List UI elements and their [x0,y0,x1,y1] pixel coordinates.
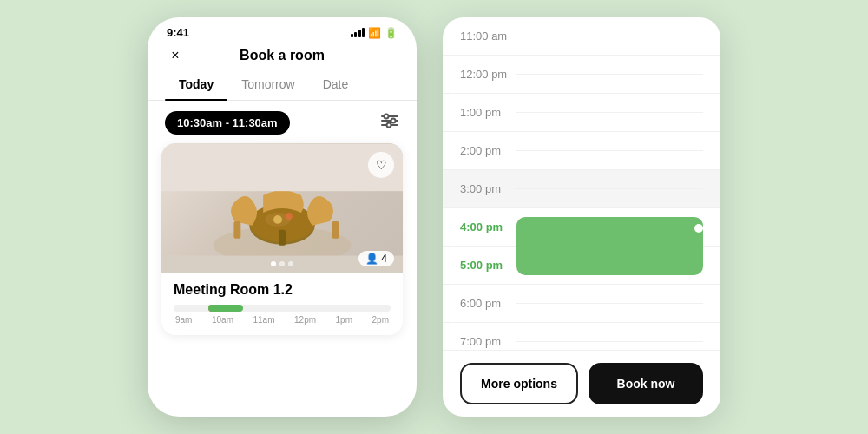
slot-line [516,112,703,113]
wifi-icon: 📶 [368,27,381,39]
time-label-600pm: 6:00 pm [460,297,516,310]
close-button[interactable]: × [165,45,186,66]
status-icons: 📶 🔋 [351,27,398,39]
time-label-700pm: 7:00 pm [460,335,516,348]
tl-label-1pm: 1pm [336,315,352,325]
tab-date[interactable]: Date [309,70,363,100]
svg-point-4 [391,119,396,123]
tl-label-2pm: 2pm [372,315,389,325]
svg-rect-10 [279,230,286,246]
person-icon: 👤 [365,253,378,265]
svg-point-14 [286,213,293,220]
app-container: 9:41 📶 🔋 × Book a room Today Tomorrow Da… [148,17,720,417]
room-name: Meeting Room 1.2 [174,282,391,298]
svg-point-13 [273,215,282,224]
time-slot-100pm: 1:00 pm [443,94,720,132]
time-slot-1100am: 11:00 am [443,17,720,56]
capacity-badge: 👤 4 [358,251,394,266]
image-dots [271,261,293,266]
time-label-500pm: 5:00 pm [460,259,516,272]
page-title: Book a room [240,48,325,63]
room-timeline [174,305,391,312]
booking-block[interactable] [516,217,703,275]
time-slot-300pm: 3:00 pm [443,170,720,208]
svg-rect-12 [332,221,339,239]
right-panel: 11:00 am 12:00 pm 1:00 pm 2:00 pm 3:00 p… [443,17,720,417]
slot-line [516,188,703,189]
time-range-badge[interactable]: 10:30am - 11:30am [165,111,290,135]
time-label-1200pm: 12:00 pm [460,68,516,81]
slot-line [516,74,703,75]
svg-point-3 [385,115,389,119]
room-info: Meeting Room 1.2 9am 10am 11am 12pm 1pm … [161,273,403,335]
favorite-button[interactable]: ♡ [368,152,394,178]
dot-3 [288,261,293,266]
tl-label-9am: 9am [175,315,192,325]
book-now-button[interactable]: Book now [589,363,703,404]
svg-rect-11 [233,221,240,239]
capacity-count: 4 [381,253,387,265]
tab-tomorrow[interactable]: Tomorrow [227,70,308,100]
tl-label-11am: 11am [253,315,275,325]
timeline-available [208,305,243,312]
time-slot-700pm: 7:00 pm [443,323,720,350]
time-slot-1200pm: 12:00 pm [443,56,720,94]
time-slot-200pm: 2:00 pm [443,132,720,170]
time-label-300pm: 3:00 pm [460,182,516,195]
phone-mockup: 9:41 📶 🔋 × Book a room Today Tomorrow Da… [148,17,417,417]
slot-line [516,150,703,151]
battery-icon: 🔋 [385,27,398,39]
svg-rect-15 [161,144,403,192]
time-label-400pm: 4:00 pm [460,220,516,233]
slot-line [516,303,703,304]
time-slot-400pm[interactable]: 4:00 pm [443,208,720,247]
time-filter-row: 10:30am - 11:30am [148,101,417,143]
time-label-100pm: 1:00 pm [460,106,516,119]
time-slots-list: 11:00 am 12:00 pm 1:00 pm 2:00 pm 3:00 p… [443,17,720,350]
dot-2 [279,261,285,266]
tl-label-12pm: 12pm [294,315,316,325]
filter-icon[interactable] [380,113,399,133]
slot-line [516,341,703,342]
time-label-1100am: 11:00 am [460,30,516,43]
status-time: 9:41 [167,26,189,39]
time-slot-600pm: 6:00 pm [443,285,720,323]
signal-icon [351,28,365,37]
tl-label-10am: 10am [212,315,233,325]
dot-1 [271,261,276,266]
svg-point-5 [387,123,391,128]
timeline-labels: 9am 10am 11am 12pm 1pm 2pm [174,315,391,325]
status-bar: 9:41 📶 🔋 [148,17,417,43]
tab-today[interactable]: Today [165,70,227,100]
block-handle-top[interactable] [694,224,703,233]
more-options-button[interactable]: More options [460,363,578,404]
room-card: ♡ 👤 4 Meeting Room 1.2 [161,143,403,335]
slot-line [516,36,703,36]
tabs-bar: Today Tomorrow Date [148,70,417,101]
bottom-actions: More options Book now [443,350,720,417]
time-label-200pm: 2:00 pm [460,144,516,157]
room-image: ♡ 👤 4 [161,143,403,273]
phone-header: × Book a room [148,43,417,70]
